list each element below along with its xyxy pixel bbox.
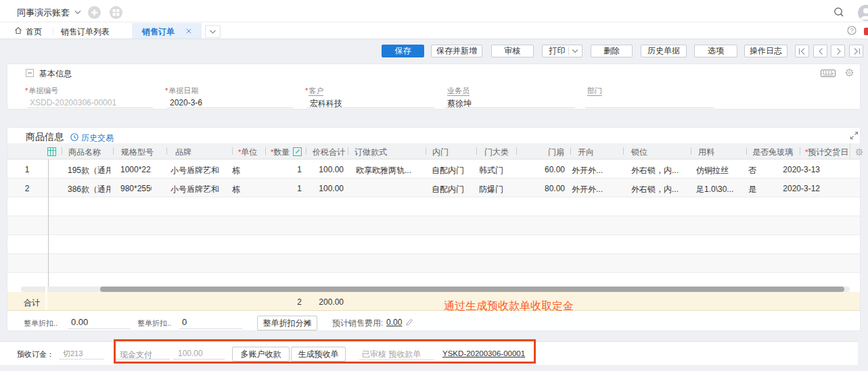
svg-text:?: ? bbox=[850, 27, 853, 34]
